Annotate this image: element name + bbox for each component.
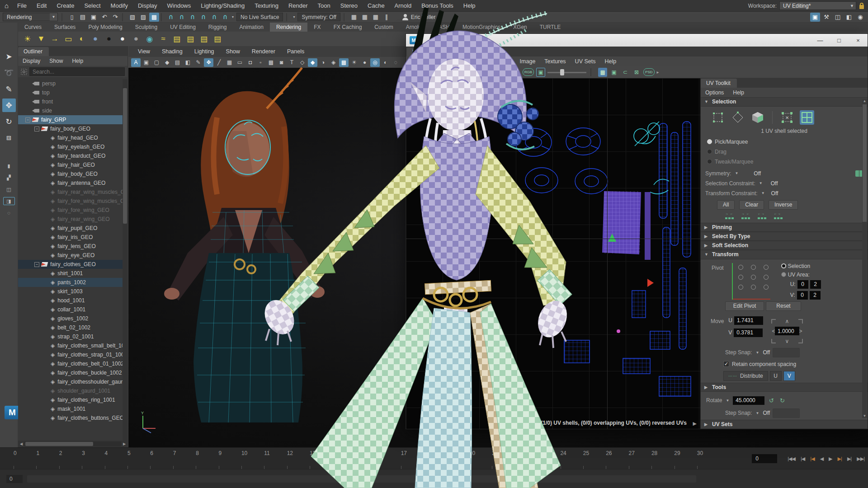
paint-select-tool-icon[interactable]: ✎ <box>2 82 16 96</box>
outliner-row[interactable]: − fairy_eye_GEO <box>18 251 127 260</box>
step-forward-key-button[interactable]: ▶| <box>838 456 842 462</box>
outliner-row[interactable]: − gloves_1002 <box>18 314 127 323</box>
section-transform[interactable]: ▼Transform <box>701 250 868 259</box>
current-frame-field[interactable]: 0 <box>752 454 777 463</box>
pivot-uv-area-radio[interactable] <box>781 272 786 277</box>
render-current-frame-icon[interactable]: ▦ <box>360 13 370 22</box>
pause-icon[interactable]: ∥ <box>382 13 392 22</box>
expand-toggle-icon[interactable]: − <box>34 127 39 131</box>
menu-item[interactable]: Select <box>79 0 105 12</box>
outliner-row[interactable]: − fairy_clothes_small_belt_1002 <box>18 341 127 350</box>
vertex-selection-icon[interactable] <box>731 110 745 125</box>
transform-constraint-value[interactable]: Off <box>771 190 778 197</box>
outliner-row[interactable]: − fairy_lens_GEO <box>18 242 127 251</box>
outliner-row[interactable]: − fairy_tearduct_GEO <box>18 151 127 160</box>
uv-editor-menu-item[interactable]: Tools <box>472 58 494 65</box>
wireframe-icon[interactable]: ◇ <box>297 58 307 67</box>
uv-area-u-min-field[interactable]: 0 <box>797 280 808 289</box>
zoom-tool-icon[interactable]: ◌ <box>3 209 15 217</box>
outliner-row[interactable]: − belt_02_1002 <box>18 323 127 332</box>
exposure-icon[interactable]: ◐ <box>381 58 390 67</box>
outliner-row[interactable]: − collar_1001 <box>18 305 127 314</box>
render-layer-icon[interactable]: ▤ <box>171 33 183 45</box>
select-hierarchy-icon[interactable]: ▧ <box>127 13 137 22</box>
outliner-row[interactable]: − fairy_clothes_buckle_1002 <box>18 368 127 377</box>
outliner-horizontal-scrollbar[interactable]: ◀ ▶ <box>18 441 127 447</box>
safe-title-icon[interactable]: T <box>287 58 297 67</box>
pivot-position-grid[interactable] <box>732 263 773 300</box>
chevron-down-icon[interactable]: ▼ <box>755 411 760 415</box>
lock-icon[interactable] <box>859 3 864 9</box>
outliner-row[interactable]: − fairy_hair_GEO <box>18 160 127 169</box>
go-to-end-button[interactable]: ▶▶| <box>857 456 864 462</box>
snap-move-icon[interactable]: ✥ <box>204 58 213 67</box>
checker-texture-swatch[interactable] <box>443 69 450 75</box>
menu-item[interactable]: Toon <box>313 0 335 12</box>
outliner-row[interactable]: − fairy_clothes_belt_01_1002 <box>18 359 127 368</box>
step-back-key-button[interactable]: |◀ <box>810 456 814 462</box>
rotate-angle-field[interactable]: 45.0000 <box>733 396 764 405</box>
grease-pencil-icon[interactable]: ✎ <box>193 58 203 67</box>
outliner-row[interactable]: − persp <box>18 79 127 88</box>
scroll-left-icon[interactable]: ◀ <box>18 442 24 446</box>
shelf-tab[interactable]: MASH <box>428 23 456 32</box>
outliner-menu-item[interactable]: Display <box>18 58 45 64</box>
menu-item[interactable]: File <box>12 0 32 12</box>
outliner-row[interactable]: − fairy_eyelash_GEO <box>18 142 127 151</box>
outliner-row[interactable]: − skirt_1003 <box>18 287 127 296</box>
humanik-icon[interactable]: ⚒ <box>821 13 831 22</box>
drag-radio[interactable] <box>707 149 712 154</box>
directional-light-icon[interactable]: → <box>49 33 61 45</box>
outliner-row[interactable]: − fairy_iris_GEO <box>18 233 127 242</box>
shelf-tab[interactable]: Arnold <box>400 23 428 32</box>
section-tools[interactable]: ▶Tools <box>701 383 868 392</box>
outliner-menu-item[interactable]: Show <box>45 58 67 64</box>
uv-persp-layout-icon[interactable]: ◨ <box>3 197 15 205</box>
outliner-row[interactable]: − shirt_1001 <box>18 269 127 278</box>
lasso-tool-icon[interactable]: ➰ <box>2 66 16 80</box>
menu-item[interactable]: Bonus Tools <box>416 0 458 12</box>
shelf-tab[interactable]: FX Caching <box>327 23 368 32</box>
shelf-tab[interactable]: Poly Modeling <box>82 23 128 32</box>
outliner-row[interactable]: − shoulder_gaurd_1001 <box>18 386 127 395</box>
uv-selection-icon[interactable]: ✕ <box>780 110 794 125</box>
outliner-row[interactable]: − mask_1001 <box>18 404 127 413</box>
new-scene-icon[interactable]: ▯ <box>67 13 77 22</box>
snap-to-projected-center-icon[interactable]: ⊂ <box>199 12 208 22</box>
isolate-select-icon[interactable]: ◎ <box>370 58 380 67</box>
shelf-tab[interactable]: Animation <box>233 23 270 32</box>
uv-checker-display-icon[interactable]: ▩ <box>598 68 607 77</box>
shelf-tab[interactable]: Rigging <box>202 23 233 32</box>
safe-action-icon[interactable]: ◙ <box>277 58 286 67</box>
outliner-row[interactable]: − fairy_fore_wing_muscles_GEO <box>18 197 127 206</box>
outliner-row[interactable]: − top <box>18 88 127 97</box>
outliner-row[interactable]: − fairy_head_GEO <box>18 133 127 142</box>
shadows-icon[interactable]: ☀ <box>349 58 359 67</box>
psd-network-icon[interactable]: PSD <box>643 68 654 76</box>
range-start-field[interactable]: 0 <box>6 475 23 483</box>
maximize-button[interactable]: □ <box>830 34 849 47</box>
lambert-material-icon[interactable]: ● <box>117 33 128 45</box>
image-icon[interactable]: ▣ <box>432 68 441 77</box>
time-slider[interactable]: 0123456789101112131415161718192021222324… <box>0 447 868 469</box>
uv-editor-menu-item[interactable]: Textures <box>540 58 570 65</box>
shelf-tab[interactable]: XGen <box>507 23 533 32</box>
phong-material-icon[interactable]: ● <box>130 33 142 45</box>
distribute-u-button[interactable]: U <box>770 371 782 381</box>
snap-to-point-icon[interactable]: ⊂ <box>189 12 198 22</box>
uv-area-v-min-field[interactable]: 0 <box>797 291 808 300</box>
redo-icon[interactable]: ↷ <box>110 13 120 22</box>
move-step-field[interactable]: 1.0000 <box>775 327 799 335</box>
gate-mask-icon[interactable]: ▫ <box>256 58 265 67</box>
viewport-menu-item[interactable]: View <box>132 48 156 55</box>
outliner-menu-item[interactable]: Help <box>67 58 88 64</box>
edit-pivot-button[interactable]: Edit Pivot <box>725 301 764 311</box>
save-scene-icon[interactable]: ▣ <box>89 13 99 22</box>
select-all-button[interactable]: All <box>717 200 735 210</box>
range-slider[interactable] <box>27 475 696 483</box>
uv-toolkit-tab[interactable]: UV Toolkit <box>701 79 737 88</box>
rotate-cw-icon[interactable]: ↻ <box>778 396 786 404</box>
distribute-v-button[interactable]: V <box>783 371 795 381</box>
move-down-button[interactable]: ∨ <box>785 338 789 344</box>
menu-item[interactable]: Help <box>458 0 481 12</box>
